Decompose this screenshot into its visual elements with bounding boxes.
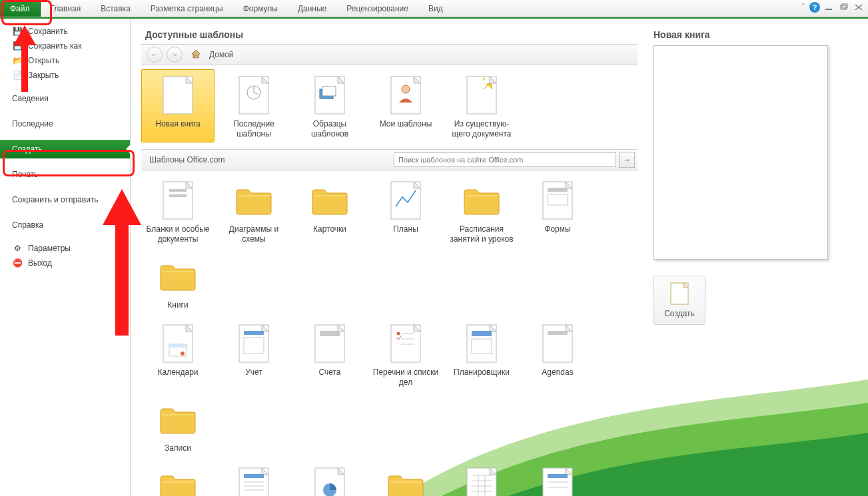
template-tile-office-b-2[interactable]: Счета (293, 318, 366, 391)
template-glyph (232, 74, 275, 117)
svg-rect-30 (397, 332, 400, 335)
template-glyph (460, 179, 503, 222)
sidebar-close[interactable]: 📄Закрыть (0, 68, 130, 83)
template-tile-office-a-6[interactable]: Книги (141, 250, 215, 314)
ribbon-tab-home[interactable]: Главная (41, 0, 91, 17)
template-tile-office-c-0[interactable]: Брошюры и буклеты (141, 461, 215, 496)
template-tile-top-4[interactable]: ✦ Из существую­щего документа (445, 69, 518, 142)
svg-rect-15 (169, 194, 187, 197)
template-tile-top-1[interactable]: Последние шаблоны (217, 69, 290, 142)
create-button[interactable]: Создать (653, 276, 705, 325)
template-tile-top-3[interactable]: Мои шаблоны (369, 69, 442, 142)
template-tile-office-a-5[interactable]: Формы (521, 174, 594, 248)
restore-icon[interactable] (839, 3, 849, 11)
ribbon-collapse-icon[interactable]: ˄ (801, 3, 805, 12)
template-tile-office-b-1[interactable]: Учет (217, 318, 290, 391)
ribbon-tab-layout[interactable]: Разметка страницы (141, 0, 233, 17)
template-glyph (308, 74, 351, 117)
officecom-search-go[interactable]: → (619, 152, 635, 168)
officecom-templates-row2: Календари Учет Счета Перечни и списки де… (131, 318, 650, 461)
sidebar-recent[interactable]: Последние (0, 115, 130, 133)
options-icon: ⚙ (12, 243, 23, 254)
template-label: Календари (157, 368, 198, 377)
template-label: Из существую­щего документа (447, 119, 516, 139)
svg-rect-32 (472, 331, 492, 336)
svg-text:✦: ✦ (482, 76, 487, 83)
template-tile-office-b-4[interactable]: Планировщики (445, 318, 518, 391)
ribbon-tab-view[interactable]: Вид (418, 0, 453, 17)
preview-pane: Новая книга Создать (650, 19, 868, 496)
officecom-templates-row1: Бланки и особые документы Диаграммы и сх… (131, 170, 650, 318)
template-tile-office-a-3[interactable]: Планы (369, 174, 442, 248)
exit-icon: ⛔ (12, 258, 23, 268)
template-glyph (384, 74, 427, 117)
template-tile-office-c-5[interactable]: Выписки (521, 461, 594, 496)
template-tile-office-b-0[interactable]: Календари (141, 318, 215, 391)
svg-rect-42 (548, 474, 568, 478)
template-tile-office-a-0[interactable]: Бланки и особые документы (141, 174, 215, 248)
template-glyph (157, 255, 199, 298)
ribbon-tab-insert[interactable]: Вставка (91, 0, 141, 17)
nav-forward-button[interactable]: → (167, 47, 183, 63)
template-label: Книги (167, 300, 188, 310)
template-tile-office-c-2[interactable]: Бюджеты (293, 461, 366, 496)
sidebar-share[interactable]: Сохранить и отправить (0, 190, 130, 209)
template-label: Учет (245, 368, 262, 377)
sidebar-print[interactable]: Печать (0, 165, 130, 184)
template-glyph (157, 179, 199, 222)
template-tile-office-c-4[interactable]: Расписания (445, 461, 518, 496)
template-glyph (384, 465, 427, 496)
sidebar-info[interactable]: Сведения (0, 89, 130, 108)
ribbon-tab-formulas[interactable]: Формулы (233, 0, 288, 17)
template-tile-top-0[interactable]: Новая книга (141, 69, 215, 142)
template-label: Мои шаблоны (380, 119, 432, 129)
sidebar-exit[interactable]: ⛔Выход (0, 256, 130, 270)
template-tile-office-c-1[interactable]: Отчеты (217, 461, 290, 496)
officecom-search-input[interactable] (394, 152, 616, 167)
template-tile-office-a-2[interactable]: Карточки (293, 174, 366, 248)
template-glyph (308, 465, 351, 496)
template-glyph (536, 322, 579, 365)
template-tile-office-b-5[interactable]: Agendas (521, 318, 594, 391)
breadcrumb-home[interactable]: Домой (209, 50, 234, 59)
template-glyph (460, 322, 503, 365)
officecom-templates-row3: Брошюры и буклеты Отчеты Бюджеты Другие … (131, 461, 650, 496)
template-label: Планировщики (454, 368, 510, 377)
template-label: Формы (544, 224, 570, 234)
home-icon[interactable] (191, 49, 201, 61)
template-tile-top-2[interactable]: Образцы шаблонов (293, 69, 366, 142)
sidebar-save[interactable]: 💾Сохранить (0, 24, 130, 39)
minimize-icon[interactable] (824, 3, 835, 11)
templates-breadcrumb: ← → Домой (141, 44, 638, 65)
svg-rect-18 (548, 188, 568, 192)
template-glyph (384, 179, 427, 222)
close-doc-icon: 📄 (12, 70, 23, 81)
help-icon[interactable]: ? (809, 2, 820, 13)
sidebar-save-as[interactable]: 💾Сохранить как (0, 39, 130, 53)
svg-rect-28 (320, 331, 340, 336)
ribbon-tab-review[interactable]: Рецензирование (336, 0, 418, 17)
sidebar-new[interactable]: Создать (0, 140, 130, 158)
sidebar-open[interactable]: 📂Открыть (0, 53, 130, 68)
sidebar-options[interactable]: ⚙Параметры (0, 241, 130, 256)
template-label: Новая книга (155, 119, 200, 129)
template-label: Образцы шаблонов (295, 119, 364, 139)
close-icon[interactable] (853, 3, 864, 11)
ribbon-tab-file[interactable]: Файл (0, 0, 41, 17)
svg-rect-22 (169, 344, 187, 348)
nav-back-button[interactable]: ← (147, 47, 163, 63)
svg-rect-37 (244, 474, 264, 478)
template-tile-office-b-3[interactable]: Перечни и списки дел (369, 318, 442, 391)
template-tile-office-b-6[interactable]: Записи (141, 393, 215, 457)
template-tile-office-a-4[interactable]: Расписания занятий и уроков (445, 174, 518, 248)
template-label: Последние шаблоны (219, 119, 288, 139)
template-label: Бланки и особые документы (143, 224, 213, 244)
create-page-icon (670, 282, 689, 305)
template-tile-office-a-1[interactable]: Диаграммы и схемы (217, 174, 290, 248)
sidebar-help[interactable]: Справка (0, 216, 130, 234)
svg-rect-25 (244, 331, 264, 335)
ribbon-tab-data[interactable]: Данные (288, 0, 336, 17)
template-tile-office-c-3[interactable]: Другие категории (369, 461, 442, 496)
svg-rect-2 (842, 4, 847, 8)
svg-point-10 (402, 85, 410, 93)
